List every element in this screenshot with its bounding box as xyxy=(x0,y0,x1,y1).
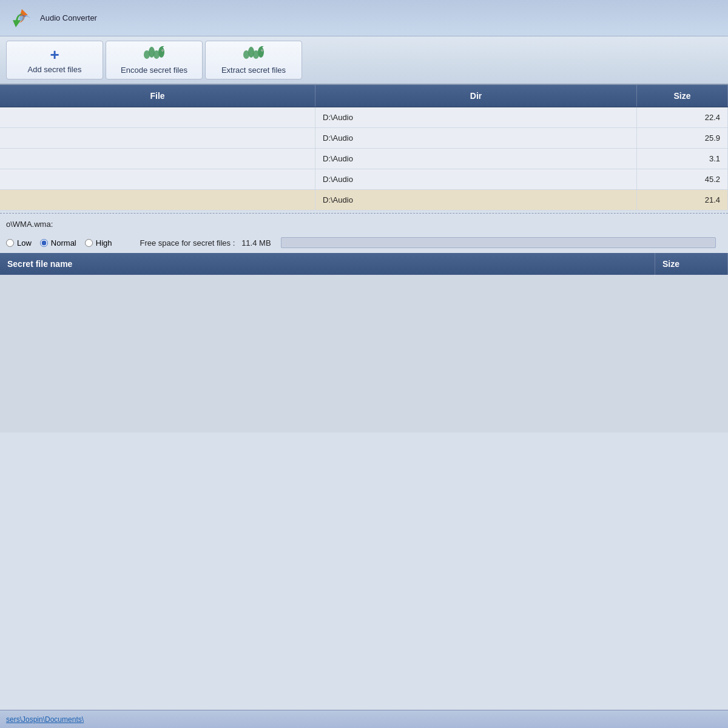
status-area: o\WMA.wma: xyxy=(0,216,728,232)
quality-low-radio[interactable] xyxy=(6,239,14,247)
add-secret-files-button[interactable]: + Add secret files xyxy=(6,41,103,79)
svg-point-6 xyxy=(162,50,163,51)
dir-cell: D:\Audio xyxy=(315,169,637,189)
quality-high-radio[interactable] xyxy=(85,239,93,247)
table-row[interactable]: D:\Audio 22.4 xyxy=(0,107,728,128)
table-row[interactable]: D:\Audio 21.4 xyxy=(0,190,728,211)
size-cell: 45.2 xyxy=(637,169,728,189)
file-cell xyxy=(0,128,315,148)
file-cell xyxy=(0,107,315,127)
add-icon: + xyxy=(50,47,59,62)
bottom-path-text: sers\Jospin\Documents\ xyxy=(6,715,84,724)
svg-point-0 xyxy=(19,15,24,20)
current-file-status: o\WMA.wma: xyxy=(6,220,53,229)
file-col-header: File xyxy=(0,85,315,107)
file-cell xyxy=(0,190,315,210)
size-col-header: Size xyxy=(637,85,728,107)
free-space-text: Free space for secret files : 11.4 MB xyxy=(140,238,271,248)
table-row[interactable]: D:\Audio 45.2 xyxy=(0,169,728,190)
extract-secret-files-label: Extract secret files xyxy=(221,66,286,75)
app-title: Audio Converter xyxy=(40,13,97,22)
file-table: File Dir Size D:\Audio 22.4 D:\Audio 25.… xyxy=(0,85,728,211)
extract-secret-files-button[interactable]: Extract secret files xyxy=(205,41,302,79)
size-cell: 22.4 xyxy=(637,107,728,127)
table-row[interactable]: D:\Audio 25.9 xyxy=(0,128,728,149)
quality-low-option[interactable]: Low xyxy=(6,238,32,248)
file-cell xyxy=(0,169,315,189)
free-space-label: Free space for secret files : xyxy=(140,238,235,248)
quality-normal-label: Normal xyxy=(51,238,76,248)
secret-table-header: Secret file name Size xyxy=(0,253,728,275)
size-cell: 3.1 xyxy=(637,149,728,169)
quality-high-option[interactable]: High xyxy=(85,238,112,248)
svg-point-4 xyxy=(158,47,164,58)
dir-cell: D:\Audio xyxy=(315,128,637,148)
svg-point-14 xyxy=(261,50,263,51)
encode-secret-files-button[interactable]: Encode secret files xyxy=(106,41,203,79)
file-table-header: File Dir Size xyxy=(0,85,728,107)
extract-icon xyxy=(243,46,265,63)
free-space-progress-bar xyxy=(281,237,716,248)
separator xyxy=(0,213,728,214)
secret-size-col-header: Size xyxy=(655,253,728,275)
quality-normal-option[interactable]: Normal xyxy=(40,238,76,248)
encode-icon xyxy=(143,46,165,63)
free-space-value: 11.4 MB xyxy=(241,238,271,248)
encode-secret-files-label: Encode secret files xyxy=(121,66,187,75)
dir-cell: D:\Audio xyxy=(315,107,637,127)
size-cell: 25.9 xyxy=(637,128,728,148)
table-row[interactable]: D:\Audio 3.1 xyxy=(0,149,728,169)
secret-table: Secret file name Size xyxy=(0,253,728,433)
quality-normal-radio[interactable] xyxy=(40,239,48,247)
app-logo-icon xyxy=(10,6,34,30)
size-cell: 21.4 xyxy=(637,190,728,210)
add-secret-files-label: Add secret files xyxy=(28,65,82,74)
quality-row: Low Normal High Free space for secret fi… xyxy=(0,232,728,253)
secret-table-body xyxy=(0,275,728,433)
svg-point-12 xyxy=(258,47,264,58)
secret-name-col-header: Secret file name xyxy=(0,253,655,275)
file-cell xyxy=(0,149,315,169)
quality-low-label: Low xyxy=(17,238,32,248)
dir-cell: D:\Audio xyxy=(315,190,637,210)
bottom-bar: sers\Jospin\Documents\ xyxy=(0,710,728,728)
toolbar: + Add secret files Encode secret files xyxy=(0,36,728,85)
quality-high-label: High xyxy=(96,238,112,248)
file-table-body: D:\Audio 22.4 D:\Audio 25.9 D:\Audio 3.1… xyxy=(0,107,728,211)
title-bar: Audio Converter xyxy=(0,0,728,36)
dir-col-header: Dir xyxy=(315,85,637,107)
main-content: File Dir Size D:\Audio 22.4 D:\Audio 25.… xyxy=(0,85,728,710)
dir-cell: D:\Audio xyxy=(315,149,637,169)
quality-radio-group: Low Normal High xyxy=(6,238,112,248)
bottom-path-link[interactable]: sers\Jospin\Documents\ xyxy=(6,715,84,724)
